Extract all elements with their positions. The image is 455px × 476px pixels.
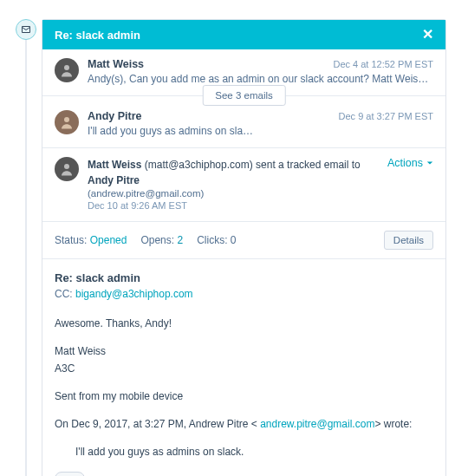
timeline-line [25,40,27,476]
clicks-label: Clicks: [197,234,227,246]
thread-subject: Re: slack admin [55,29,140,42]
sender-email: (matt@a3chiphop.com) [145,159,253,171]
sender-name: Matt Weiss [88,58,144,70]
chevron-down-icon [426,160,433,166]
mail-icon-rail [16,19,36,40]
opens-label: Opens: [140,234,174,246]
opens-value: 2 [177,234,183,246]
email-open-header: Matt Weiss (matt@a3chiphop.com) sent a t… [42,148,445,222]
quote-email-link[interactable]: andrew.pitre@gmail.com [260,418,374,430]
email-preview: I'll add you guys as admins on sla… [88,125,433,137]
tracked-text: sent a tracked email to [256,159,361,171]
panel-header: Re: slack admin ✕ [42,20,445,49]
cc-email-link[interactable]: bigandy@a3chiphop.com [75,288,193,300]
sender-name[interactable]: Matt Weiss [88,159,141,171]
email-preview: Andy(s), Can you add me as an admin on o… [88,73,433,85]
actions-label: Actions [387,157,423,169]
email-status-row: Status: Opened Opens: 2 Clicks: 0 Detail… [42,222,445,259]
email-collapsed-1[interactable]: Matt Weiss Dec 4 at 12:52 PM EST Andy(s)… [42,49,445,96]
avatar [55,157,79,181]
recipient-email: (andrew.pitre@gmail.com) [88,188,379,199]
quote-intro-pre: On Dec 9, 2017, at 3:27 PM, Andrew Pitre… [55,418,260,430]
open-email-timestamp: Dec 10 at 9:26 AM EST [88,200,379,211]
status-value: Opened [90,234,127,246]
mail-icon [21,24,31,35]
avatar [55,58,79,82]
sent-from-line: Sent from my mobile device [55,388,433,404]
see-more-emails-button[interactable]: See 3 emails [202,85,285,106]
email-thread-panel: Re: slack admin ✕ Matt Weiss Dec 4 at 12… [42,19,446,476]
recipient-name[interactable]: Andy Pitre [88,174,140,186]
details-button[interactable]: Details [384,231,433,250]
email-timestamp: Dec 4 at 12:52 PM EST [333,59,433,69]
cc-label: CC: [55,288,73,300]
expand-quote-button[interactable]: ••• [55,472,85,476]
quoted-text: I'll add you guys as admins on slack. [55,444,433,460]
body-line: Awesome. Thanks, Andy! [55,316,433,331]
email-body: Re: slack admin CC: bigandy@a3chiphop.co… [42,259,445,476]
avatar [55,110,79,134]
email-timestamp: Dec 9 at 3:27 PM EST [339,111,433,121]
quote-intro: On Dec 9, 2017, at 3:27 PM, Andrew Pitre… [55,416,433,432]
svg-point-2 [64,164,69,169]
svg-point-1 [64,117,69,122]
actions-dropdown[interactable]: Actions [387,157,433,169]
quote-intro-post: > wrote: [374,418,412,430]
signature-name: Matt Weiss [55,343,433,359]
clicks-value: 0 [231,234,237,246]
status-label: Status: [55,234,87,246]
signature-org: A3C [55,361,433,376]
close-icon[interactable]: ✕ [422,28,433,42]
body-subject: Re: slack admin [55,271,433,284]
sender-name: Andy Pitre [88,110,142,122]
svg-point-0 [64,65,69,70]
